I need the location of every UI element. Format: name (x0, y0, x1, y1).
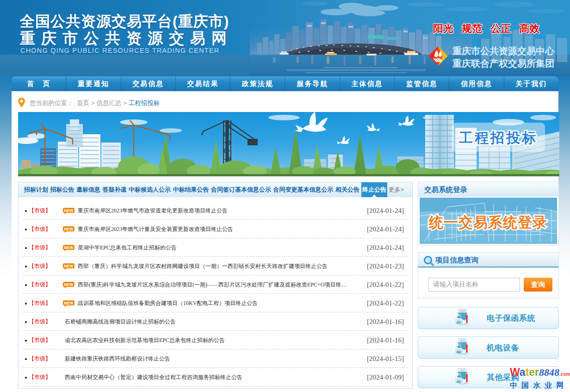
svg-text:工程招投标: 工程招投标 (458, 130, 538, 145)
svg-text:NEW: NEW (64, 245, 74, 250)
svg-text:NEW: NEW (64, 301, 74, 305)
svg-text:NEW: NEW (64, 208, 74, 213)
svg-text:统一交易系统登录: 统一交易系统登录 (428, 214, 547, 230)
svg-text:NEW: NEW (64, 227, 74, 231)
svg-text:NEW: NEW (64, 282, 74, 287)
svg-text:NEW: NEW (64, 264, 74, 268)
